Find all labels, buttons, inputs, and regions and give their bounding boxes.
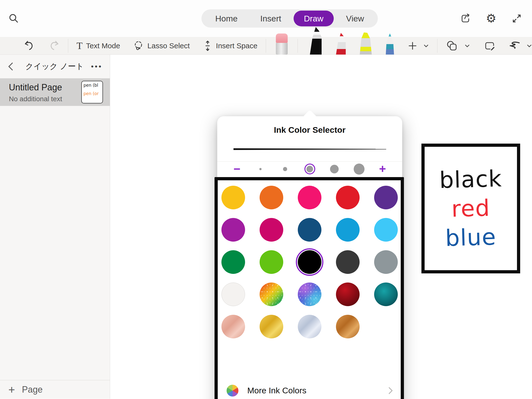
gear-icon: ⚙ xyxy=(486,13,496,24)
sidebar-header: クイック ノート ••• xyxy=(0,55,110,78)
swatch-navy-blue[interactable] xyxy=(298,218,321,242)
swatch-row xyxy=(221,315,402,338)
notebook-title: クイック ノート xyxy=(18,61,91,72)
ribbon-tabs: HomeInsertDrawView xyxy=(201,9,378,28)
insert-space-button[interactable]: Insert Space xyxy=(203,40,257,51)
page-sidebar: クイック ノート ••• Untitled Page No additional… xyxy=(0,55,110,399)
page-list-item-selected[interactable]: Untitled Page No additional text pen (bl… xyxy=(0,78,110,106)
color-wheel-icon xyxy=(227,385,238,397)
color-grid xyxy=(217,186,402,338)
thickness-decrease-button[interactable]: − xyxy=(230,163,244,175)
insert-space-label: Insert Space xyxy=(216,42,257,50)
swatch-silver[interactable] xyxy=(298,315,321,338)
swatch-bronze[interactable] xyxy=(336,315,360,338)
tab-insert[interactable]: Insert xyxy=(250,11,292,26)
pen-tray xyxy=(276,37,396,55)
eraser-tool[interactable] xyxy=(276,33,288,55)
redo-icon xyxy=(49,40,60,51)
swatch-gold-metallic[interactable] xyxy=(260,315,283,338)
back-button[interactable] xyxy=(7,61,18,72)
handwriting-blue: blue xyxy=(445,226,497,249)
squiggle-icon xyxy=(508,41,521,51)
swatch-row xyxy=(221,218,402,242)
swatch-gray[interactable] xyxy=(374,250,398,274)
swatch-green[interactable] xyxy=(221,250,245,274)
top-bar: HomeInsertDrawView ⚙ xyxy=(0,0,532,37)
add-pen-button[interactable] xyxy=(408,41,429,51)
handwriting-red: red xyxy=(451,197,490,220)
share-icon xyxy=(459,12,472,25)
toolbar-divider xyxy=(298,39,298,53)
text-mode-icon: T xyxy=(77,40,83,51)
page-pen-icon xyxy=(484,40,496,51)
swatch-ruby[interactable] xyxy=(336,283,360,306)
tab-view[interactable]: View xyxy=(336,11,374,26)
fullscreen-button[interactable] xyxy=(510,12,523,25)
swatch-white[interactable] xyxy=(221,283,245,306)
thickness-dot-3[interactable] xyxy=(304,164,315,174)
chevron-down-icon xyxy=(465,44,470,48)
more-ink-colors-label: More Ink Colors xyxy=(247,386,388,395)
thumbnail-text: pen (bl xyxy=(83,83,102,87)
thickness-dot-1[interactable] xyxy=(255,164,266,174)
settings-button[interactable]: ⚙ xyxy=(485,12,498,25)
search-icon xyxy=(8,13,19,24)
swatch-orange[interactable] xyxy=(260,186,283,209)
shapes-button[interactable] xyxy=(446,40,470,51)
lasso-select-button[interactable]: Lasso Select xyxy=(133,40,190,51)
swatch-dark-gray[interactable] xyxy=(336,250,360,274)
insert-space-icon xyxy=(203,40,213,51)
redo-button[interactable] xyxy=(49,40,60,51)
page-thumbnail: pen (blpen (or xyxy=(81,81,103,103)
swatch-rainbow-glitter[interactable] xyxy=(260,283,283,306)
undo-icon xyxy=(24,40,34,51)
swatch-galaxy[interactable] xyxy=(298,283,321,306)
swatch-black[interactable] xyxy=(298,250,321,274)
toolbar-divider xyxy=(68,39,68,53)
swatch-raspberry[interactable] xyxy=(260,218,283,242)
chevron-left-icon xyxy=(7,62,14,71)
undo-button[interactable] xyxy=(24,40,34,51)
swatch-row xyxy=(221,283,402,306)
swatch-pink[interactable] xyxy=(298,186,321,209)
swatch-sky-blue[interactable] xyxy=(374,218,398,242)
fullscreen-icon xyxy=(511,13,523,24)
add-page-label: Page xyxy=(22,384,43,395)
tab-home[interactable]: Home xyxy=(205,11,248,26)
thickness-increase-button[interactable]: + xyxy=(375,163,390,175)
swatch-cerulean[interactable] xyxy=(336,218,360,242)
text-mode-button[interactable]: T Text Mode xyxy=(77,40,120,51)
more-ink-colors-button[interactable]: More Ink Colors xyxy=(221,381,399,399)
chevron-down-icon xyxy=(527,44,532,48)
ink-annotate-button[interactable] xyxy=(484,40,496,51)
toolbar-divider xyxy=(437,39,437,53)
swatch-rose-gold[interactable] xyxy=(221,315,245,338)
share-button[interactable] xyxy=(459,12,472,25)
ink-color-selector-popup: Ink Color Selector − + More Ink Colors D… xyxy=(217,116,402,399)
swatch-magenta-purple[interactable] xyxy=(221,218,245,242)
thumbnail-text: pen (or xyxy=(83,92,102,96)
swatch-gold[interactable] xyxy=(221,186,245,209)
swatch-purple[interactable] xyxy=(374,186,398,209)
handwriting-black: black xyxy=(439,167,502,192)
swatch-ocean[interactable] xyxy=(374,283,398,306)
topbar-actions: ⚙ xyxy=(459,12,523,25)
tab-draw[interactable]: Draw xyxy=(294,11,334,26)
chevron-down-icon xyxy=(423,44,429,48)
thickness-dot-5[interactable] xyxy=(354,164,365,174)
freehand-drawing-button[interactable] xyxy=(508,41,532,51)
plus-icon xyxy=(408,41,417,51)
thickness-dot-4[interactable] xyxy=(329,164,340,174)
toolbar-divider xyxy=(266,39,266,53)
thickness-row: − + xyxy=(217,162,402,176)
search-button[interactable] xyxy=(7,12,21,25)
stroke-preview xyxy=(233,148,386,151)
eraser-icon xyxy=(276,33,288,43)
swatch-lime-green[interactable] xyxy=(260,250,283,274)
add-page-button[interactable]: + Page xyxy=(0,380,110,399)
more-options-button[interactable]: ••• xyxy=(91,62,102,71)
thickness-dot-2[interactable] xyxy=(280,164,291,174)
popup-title: Ink Color Selector xyxy=(217,125,402,135)
lasso-select-label: Lasso Select xyxy=(148,42,190,50)
swatch-red[interactable] xyxy=(336,186,360,209)
